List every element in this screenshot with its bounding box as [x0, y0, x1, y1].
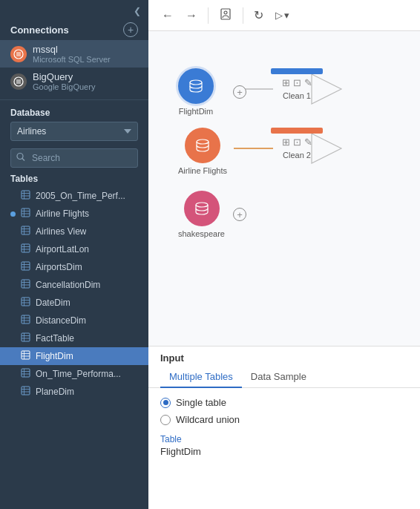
- table-grid-icon: [21, 368, 30, 380]
- node-flightdim[interactable]: FlightDim: [178, 68, 214, 116]
- table-item[interactable]: Airlines View: [0, 223, 148, 240]
- search-box: [10, 148, 138, 168]
- node-shakespeare[interactable]: shakespeare: [178, 191, 225, 238]
- table-item[interactable]: PlaneDim: [0, 383, 148, 401]
- table-grid-icon: [21, 350, 30, 362]
- wildcard-union-label: Wildcard union: [176, 414, 240, 425]
- table-item[interactable]: DistanceDim: [0, 312, 148, 329]
- bigquery-name: BigQuery: [33, 71, 95, 82]
- bigquery-info: BigQuery Google BigQuery: [33, 71, 95, 91]
- tab-data-sample[interactable]: Data Sample: [242, 367, 315, 388]
- forward-icon: →: [186, 9, 197, 22]
- database-label: Database: [10, 108, 138, 118]
- airline-flights-db-icon: [194, 137, 211, 154]
- clean1-icon-1: ⊞: [282, 77, 290, 88]
- shakespeare-circle: [184, 191, 220, 226]
- table-name-label: 2005_On_Time_Perf...: [36, 191, 125, 201]
- table-dot-spacer: [10, 211, 16, 217]
- bottom-panel: Input Multiple Tables Data Sample Single…: [148, 346, 420, 509]
- svg-rect-20: [22, 262, 30, 270]
- table-item[interactable]: FlightDim: [0, 347, 148, 365]
- shakespeare-add-button[interactable]: +: [233, 208, 246, 221]
- svg-rect-16: [22, 244, 30, 252]
- add-connection-button[interactable]: +: [123, 22, 138, 37]
- collapse-icon[interactable]: ❮: [134, 6, 141, 16]
- table-name-label: AirportsDim: [36, 262, 82, 272]
- svg-rect-8: [22, 208, 30, 217]
- single-table-label: Single table: [176, 397, 226, 408]
- tab-multiple-tables[interactable]: Multiple Tables: [160, 367, 242, 388]
- wildcard-union-option[interactable]: Wildcard union: [160, 414, 408, 425]
- mssql-info: mssql Microsoft SQL Server: [33, 44, 111, 64]
- clean2-icon-2: ⊡: [293, 137, 301, 148]
- table-item[interactable]: Airline Flights: [0, 205, 148, 223]
- svg-rect-24: [22, 280, 30, 288]
- single-table-option[interactable]: Single table: [160, 397, 408, 408]
- forward-button[interactable]: →: [181, 7, 202, 24]
- table-item[interactable]: On_Time_Performa...: [0, 365, 148, 383]
- tables-list: 2005_On_Time_Perf... Airline Flights Air…: [0, 187, 148, 509]
- table-grid-icon: [21, 332, 30, 344]
- table-field-label: Table: [160, 434, 408, 444]
- toolbar-divider-1: [208, 7, 209, 24]
- table-field: Table FlightDim: [160, 434, 408, 457]
- bigquery-icon: [10, 73, 27, 90]
- database-section: Database Airlines: [0, 105, 148, 145]
- shakespeare-label: shakespeare: [178, 229, 225, 238]
- svg-point-60: [196, 203, 208, 207]
- table-item[interactable]: CancellationDim: [0, 276, 148, 294]
- tabs-row: Multiple Tables Data Sample: [148, 367, 420, 388]
- canvas-area: FlightDim + Airline Flights: [148, 31, 420, 346]
- table-item[interactable]: 2005_On_Time_Perf...: [0, 187, 148, 205]
- table-item[interactable]: AirportLatLon: [0, 240, 148, 258]
- connection-item-bigquery[interactable]: BigQuery Google BigQuery: [0, 68, 148, 95]
- clean2-label: Clean 2: [283, 151, 311, 160]
- clean1-label: Clean 1: [283, 91, 311, 100]
- clean1-bar: [271, 68, 323, 74]
- search-input[interactable]: [10, 148, 138, 168]
- table-item[interactable]: FactTable: [0, 329, 148, 347]
- clean2-bar: [271, 128, 323, 134]
- bigquery-sub: Google BigQuery: [33, 82, 95, 91]
- node-clean2[interactable]: ⊞ ⊡ ✎ Clean 2: [271, 128, 323, 160]
- table-item[interactable]: DateDim: [0, 294, 148, 312]
- database-select[interactable]: Airlines: [10, 122, 138, 141]
- table-name-label: DistanceDim: [36, 315, 86, 326]
- table-grid-icon: [21, 190, 30, 202]
- divider-1: [0, 99, 148, 100]
- flightdim-db-icon: [188, 78, 204, 94]
- table-item[interactable]: AirportsDim: [0, 258, 148, 276]
- wildcard-union-radio[interactable]: [160, 415, 171, 425]
- table-grid-icon: [21, 297, 30, 309]
- bookmark-icon: [219, 7, 232, 21]
- toolbar: ← → ↻ ▷ ▾: [148, 0, 420, 31]
- single-table-radio[interactable]: [160, 398, 171, 408]
- mssql-sub: Microsoft SQL Server: [33, 55, 111, 64]
- clean2-icon-1: ⊞: [282, 137, 290, 148]
- table-name-label: On_Time_Performa...: [36, 369, 121, 379]
- node-clean1[interactable]: ⊞ ⊡ ✎ Clean 1: [271, 68, 323, 100]
- flightdim-add-button[interactable]: +: [233, 85, 246, 99]
- toolbar-divider-2: [243, 7, 243, 24]
- svg-rect-40: [22, 351, 30, 359]
- bookmark-button[interactable]: [214, 5, 237, 26]
- table-name-label: FlightDim: [36, 351, 73, 361]
- connection-item-mssql[interactable]: mssql Microsoft SQL Server: [0, 40, 148, 68]
- back-button[interactable]: ←: [157, 7, 178, 24]
- clean1-icon-3: ✎: [304, 77, 312, 88]
- radio-group: Single table Wildcard union: [160, 397, 408, 425]
- svg-point-2: [17, 154, 23, 160]
- table-name-label: Airline Flights: [36, 208, 89, 219]
- collapse-btn[interactable]: ❮: [0, 0, 148, 19]
- table-grid-icon: [21, 386, 30, 398]
- shakespeare-db-icon: [194, 200, 210, 217]
- svg-point-58: [190, 80, 202, 85]
- refresh-button[interactable]: ↻: [249, 6, 268, 24]
- table-name-label: DateDim: [36, 298, 70, 308]
- table-name-label: AirportLatLon: [36, 244, 89, 254]
- run-button[interactable]: ▷ ▾: [271, 7, 294, 23]
- tables-label: Tables: [0, 174, 148, 187]
- svg-rect-36: [22, 333, 30, 341]
- table-name-label: Airlines View: [36, 226, 86, 237]
- node-airline-flights[interactable]: Airline Flights: [178, 128, 227, 175]
